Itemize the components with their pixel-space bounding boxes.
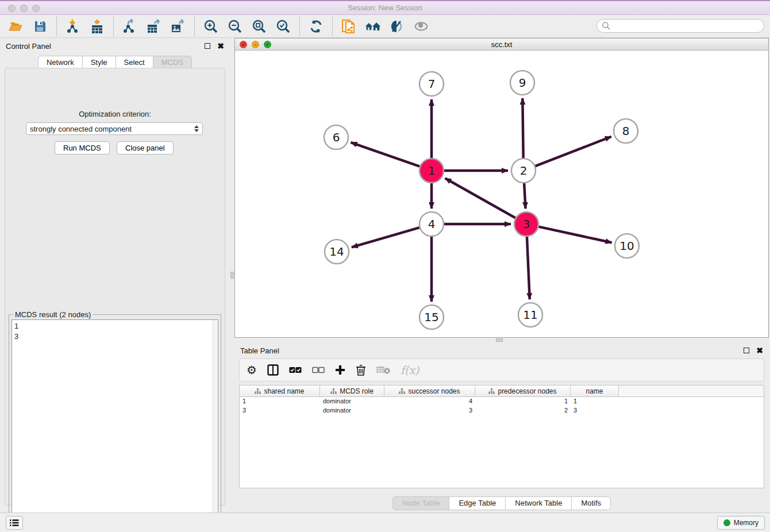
minimize-window-icon[interactable] (20, 5, 28, 12)
copy-network-icon[interactable] (341, 18, 357, 34)
network-canvas[interactable]: 7968124314101511 (235, 51, 768, 337)
memory-button[interactable]: Memory (717, 516, 765, 530)
criterion-dropdown[interactable]: strongly connected component (26, 122, 203, 135)
close-panel-icon[interactable]: ✖ (756, 348, 763, 353)
zoom-in-icon[interactable] (203, 18, 219, 34)
graph-edge-3-11[interactable] (527, 237, 530, 299)
horizontal-splitter[interactable] (234, 338, 769, 342)
tab-node-table[interactable]: Node Table (392, 496, 449, 510)
zoom-out-icon[interactable] (227, 18, 243, 34)
table-cell[interactable]: dominator (320, 406, 384, 415)
zoom-selected-icon[interactable] (275, 18, 291, 34)
table-row[interactable]: 1dominator411 (240, 397, 764, 406)
vertical-splitter[interactable] (230, 38, 234, 511)
eye-icon[interactable] (413, 18, 429, 34)
mcds-result-title: MCDS result (2 nodes) (13, 310, 93, 319)
column-header-filler (619, 385, 764, 396)
float-panel-icon[interactable] (744, 348, 749, 353)
splitter-handle[interactable] (496, 338, 503, 342)
column-label: shared name (264, 387, 304, 395)
graph-node-label-9: 9 (519, 76, 526, 90)
status-bar: Memory (0, 512, 770, 532)
minimize-frame-icon[interactable]: − (252, 41, 259, 48)
mcds-result-group: MCDS result (2 nodes) 1 3 (9, 314, 221, 532)
column-header-MCDS-role[interactable]: MCDS role (320, 385, 384, 396)
column-header-name[interactable]: name (571, 385, 619, 396)
table-toolbar: ⚙ f(x) (239, 358, 764, 381)
graph-node-label-1: 1 (428, 164, 436, 178)
import-network-icon[interactable] (65, 18, 81, 34)
table-cell[interactable]: 1 (240, 397, 320, 406)
node-table[interactable]: shared nameMCDS rolesuccessor nodesprede… (239, 385, 764, 488)
float-panel-icon[interactable] (205, 43, 210, 49)
graph-node-label-14: 14 (329, 245, 344, 259)
search-input[interactable] (611, 22, 764, 30)
function-builder-icon[interactable]: f(x) (401, 363, 419, 377)
graph-edge-3-10[interactable] (538, 227, 611, 243)
column-header-shared-name[interactable]: shared name (240, 385, 320, 396)
graph-edge-2-9[interactable] (522, 98, 523, 158)
task-history-button[interactable] (6, 516, 23, 530)
window-title: Session: New Session (348, 3, 422, 12)
export-table-icon[interactable] (146, 18, 162, 34)
tab-network-table[interactable]: Network Table (505, 496, 571, 510)
export-image-icon[interactable] (170, 18, 186, 34)
table-cell[interactable]: dominator (320, 397, 384, 406)
column-label: successor nodes (408, 387, 460, 395)
network-window-titlebar[interactable]: × − + scc.txt (235, 38, 768, 51)
column-header-successor-nodes[interactable]: successor nodes (384, 385, 475, 396)
select-all-columns-icon[interactable] (289, 363, 302, 377)
zoom-fit-icon[interactable] (251, 18, 267, 34)
tab-motifs[interactable]: Motifs (571, 496, 611, 510)
column-selector-icon[interactable] (267, 363, 279, 377)
refresh-icon[interactable] (308, 18, 324, 34)
hide-icon[interactable] (389, 18, 405, 34)
unselect-all-columns-icon[interactable] (312, 363, 325, 377)
import-table-icon[interactable] (89, 18, 105, 34)
graph-edge-1-6[interactable] (351, 142, 419, 167)
table-cell[interactable]: 1 (571, 397, 619, 406)
table-cell[interactable]: 4 (384, 397, 475, 406)
export-network-icon[interactable] (122, 18, 138, 34)
close-panel-button[interactable]: Close panel (117, 141, 174, 155)
run-mcds-button[interactable]: Run MCDS (55, 141, 110, 155)
column-header-predecessor-nodes[interactable]: predecessor nodes (475, 385, 571, 396)
column-label: MCDS role (340, 387, 374, 395)
add-icon[interactable] (335, 363, 345, 377)
close-panel-icon[interactable]: ✖ (217, 43, 224, 49)
table-cell[interactable]: 3 (240, 406, 320, 415)
maximize-frame-icon[interactable]: + (264, 41, 271, 48)
mcds-result-textarea[interactable]: 1 3 (11, 319, 218, 532)
search-field[interactable] (596, 19, 764, 33)
graph-node-label-4: 4 (428, 217, 436, 231)
tab-edge-table[interactable]: Edge Table (449, 496, 505, 510)
table-cell[interactable]: 1 (475, 397, 571, 406)
graph-node-label-7: 7 (428, 77, 436, 91)
window-controls[interactable] (8, 5, 40, 12)
close-window-icon[interactable] (8, 5, 16, 12)
result-scrollbar[interactable] (213, 320, 218, 531)
home-icon[interactable] (365, 18, 381, 34)
table-cell[interactable]: 3 (384, 406, 475, 415)
graph-edge-4-14[interactable] (352, 228, 419, 247)
save-icon[interactable] (32, 18, 48, 34)
table-cell[interactable]: 3 (571, 406, 619, 415)
delete-table-icon[interactable] (376, 363, 390, 377)
open-folder-icon[interactable] (8, 18, 24, 34)
graph-edge-2-3[interactable] (524, 183, 525, 209)
table-row[interactable]: 3dominator323 (240, 406, 764, 415)
graph-edge-2-8[interactable] (536, 137, 611, 166)
maximize-window-icon[interactable] (32, 5, 40, 12)
graph-node-label-8: 8 (622, 124, 630, 138)
attribute-type-icon (255, 388, 261, 394)
network-window: × − + scc.txt 7968124314101511 (234, 38, 769, 338)
table-cell[interactable]: 2 (475, 406, 571, 415)
delete-icon[interactable] (356, 363, 366, 377)
attribute-type-icon (488, 388, 495, 394)
optimization-criterion-label: Optimization criterion: (5, 110, 225, 118)
splitter-handle[interactable] (230, 272, 234, 279)
close-frame-icon[interactable]: × (240, 41, 247, 48)
network-graph[interactable]: 7968124314101511 (235, 51, 768, 337)
graph-edge-3-1[interactable] (445, 178, 515, 218)
gear-icon[interactable]: ⚙ (247, 363, 257, 377)
